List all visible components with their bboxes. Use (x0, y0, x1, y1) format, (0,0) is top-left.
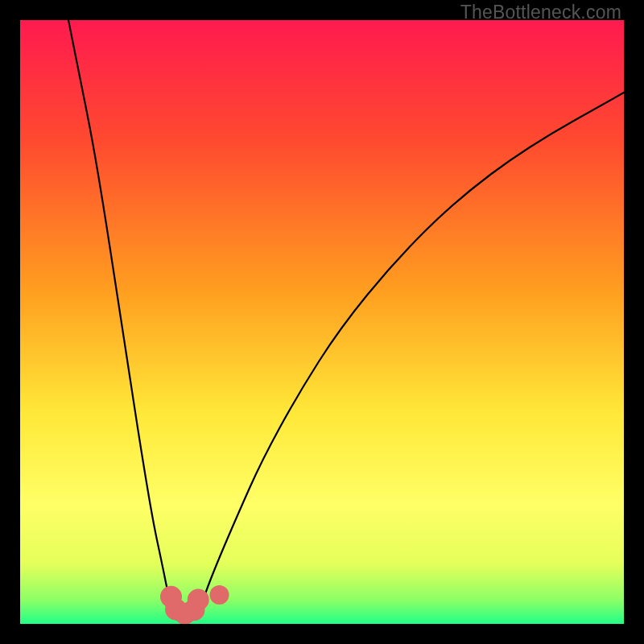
plot-area (20, 20, 624, 624)
gradient-background (20, 20, 624, 624)
marker-bump-isolated (210, 585, 229, 605)
outer-black-frame: TheBottleneck.com (0, 0, 644, 644)
marker-bump-right (188, 589, 209, 611)
chart-svg (20, 20, 624, 624)
